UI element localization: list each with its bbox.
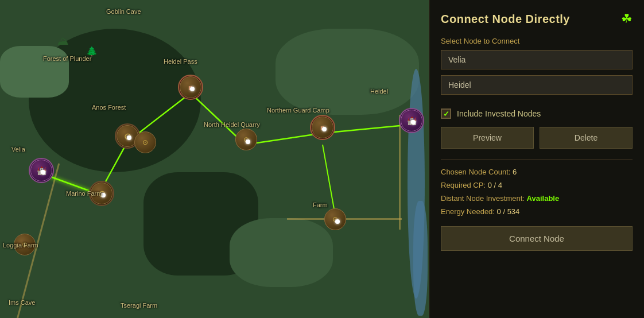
stat-chosen-count: Chosen Node Count: 6	[441, 168, 633, 176]
include-invested-row[interactable]: Include Invested Nodes	[441, 108, 633, 119]
label-quarry: North Heidel Quarry	[204, 121, 260, 128]
preview-button[interactable]: Preview	[441, 127, 534, 149]
terrain-icon-2: 🌲	[86, 46, 98, 57]
distant-node-value: Available	[527, 194, 560, 203]
label-tseragi: Tseragi Farm	[121, 302, 157, 309]
connect-node-button[interactable]: Connect Node	[441, 226, 633, 251]
node-input-1[interactable]	[441, 50, 633, 69]
terrain-icon-1: ⛰	[57, 34, 69, 48]
action-buttons: Preview Delete	[441, 127, 633, 149]
required-cp-value: 0 / 4	[488, 181, 502, 189]
node-small-1[interactable]: ⊙	[135, 132, 156, 153]
divider	[441, 159, 633, 160]
connect-panel: Connect Node Directly ☘ Select Node to C…	[429, 0, 644, 318]
delete-button[interactable]: Delete	[540, 127, 633, 149]
label-velia: Velia	[11, 146, 25, 153]
label-goblin-cave: Goblin Cave	[106, 8, 141, 15]
energy-value: 0 / 534	[497, 207, 520, 216]
label-farm: Farm	[313, 201, 328, 208]
node-loggia[interactable]: ⊙	[14, 234, 35, 255]
select-label: Select Node to Connect	[441, 37, 633, 45]
stat-distant-node: Distant Node Investment: Available	[441, 194, 633, 203]
chosen-count-value: 6	[513, 168, 517, 176]
map-area: Goblin Cave Forest of Plunder Heidel Pas…	[0, 0, 430, 318]
node-input-2[interactable]	[441, 75, 633, 95]
include-invested-label: Include Invested Nodes	[457, 109, 541, 118]
stat-required-cp: Required CP: 0 / 4	[441, 181, 633, 189]
node-farm[interactable]: ⊙	[324, 208, 346, 230]
panel-title: Connect Node Directly	[441, 13, 570, 26]
panel-header: Connect Node Directly ☘	[441, 11, 633, 26]
svg-line-5	[323, 125, 412, 133]
clover-icon[interactable]: ☘	[621, 11, 633, 26]
stat-energy: Energy Needed: 0 / 534	[441, 207, 633, 216]
include-invested-checkbox[interactable]	[441, 108, 451, 119]
